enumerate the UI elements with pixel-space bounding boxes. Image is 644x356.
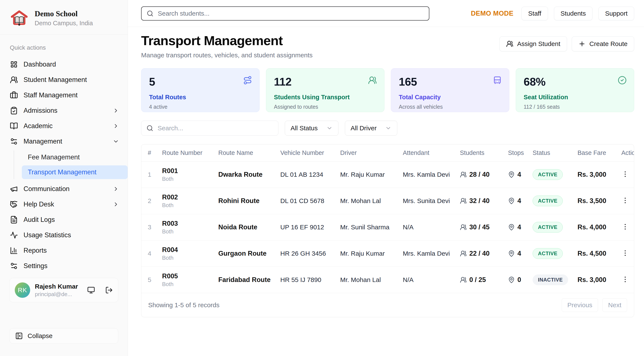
chevron-down-icon [385,125,392,131]
sliders-icon [10,262,18,270]
sidebar-item-usage-statistics[interactable]: Usage Statistics [0,227,128,243]
sidebar-nav: Quick actions Dashboard Student Manageme… [0,35,128,356]
previous-page-button[interactable]: Previous [562,298,598,312]
logout-icon[interactable] [105,286,113,294]
stops-count: 4 [518,250,521,257]
attendant-name: N/A [403,224,460,231]
sidebar-item-label: Student Management [24,76,119,84]
base-fare: Rs. 3,000 [578,171,621,178]
monitor-icon[interactable] [87,286,95,294]
route-direction: Both [162,255,218,261]
profile-meta: Rajesh Kumar principal@de... [35,283,82,298]
plus-icon [578,40,586,48]
assign-student-label: Assign Student [517,40,560,48]
quick-actions-label: Quick actions [0,41,128,55]
page-title: Transport Management [141,33,312,48]
map-pin-icon [508,250,515,257]
col-route-number: Route Number [162,149,218,156]
status-cell: ACTIVE [532,196,578,206]
stops-cell: 4 [508,250,532,257]
assign-student-button[interactable]: Assign Student [500,36,567,51]
row-actions-menu-icon[interactable] [621,170,629,178]
status-filter-select[interactable]: All Status [285,121,338,136]
row-actions-menu-icon[interactable] [621,223,629,231]
students-cell: 22 / 40 [460,250,508,257]
global-search [141,7,429,21]
row-actions-menu-icon[interactable] [621,275,629,283]
base-fare: Rs. 3,000 [578,276,621,284]
stat-label: Total Capacity [399,94,502,101]
route-name: Rohini Route [218,197,280,205]
support-button[interactable]: Support [598,7,634,20]
students-button[interactable]: Students [554,7,592,20]
route-number-cell: R002 Both [162,193,218,209]
table-row: 4 R004 Both Gurgaon Route HR 26 GH 3456 … [141,240,634,267]
stat-label: Seat Utilization [524,94,626,101]
sidebar-item-reports[interactable]: Reports [0,243,128,258]
search-icon [147,10,154,17]
clipboard-check-icon [10,107,18,115]
sidebar-item-management[interactable]: Management [0,134,128,149]
bar-chart-icon [10,246,18,255]
book-open-icon [10,122,18,130]
user-profile-card[interactable]: RK Rajesh Kumar principal@de... [10,278,118,302]
row-actions-menu-icon[interactable] [621,197,629,204]
school-brand: Demo School Demo Campus, India [0,0,128,35]
driver-filter-select[interactable]: All Driver [345,121,398,136]
chevron-down-icon [326,125,333,131]
profile-email: principal@de... [35,291,82,298]
create-route-button[interactable]: Create Route [572,36,634,51]
sidebar-item-academic[interactable]: Academic [0,118,128,134]
vehicle-number: HR 55 IJ 7890 [280,276,340,283]
collapse-label: Collapse [28,332,52,339]
table-row: 3 R003 Both Noida Route UP 16 EF 9012 Mr… [141,214,634,240]
col-students: Students [460,149,508,156]
sidebar-item-admissions[interactable]: Admissions [0,103,128,118]
stat-label: Total Routes [149,94,252,101]
app-window: Demo School Demo Campus, India Quick act… [0,0,644,356]
route-direction: Both [162,202,218,209]
attendant-name: Mrs. Sunita Devi [403,197,460,205]
sidebar-item-settings[interactable]: Settings [0,258,128,274]
sidebar-item-communication[interactable]: Communication [0,181,128,197]
actions-cell [621,275,629,284]
vehicle-number: UP 16 EF 9012 [280,224,340,231]
sidebar-item-dashboard[interactable]: Dashboard [0,57,128,72]
students-count: 22 / 40 [469,250,490,257]
stops-count: 4 [518,197,521,205]
sidebar-item-staff-management[interactable]: Staff Management [0,88,128,103]
sidebar-item-help-desk[interactable]: Help Desk [0,197,128,212]
route-number: R004 [162,246,218,254]
sidebar-item-fee-management[interactable]: Fee Management [22,150,128,164]
demo-mode-badge: DEMO MODE [471,10,513,17]
route-number-cell: R005 Both [162,272,218,287]
sidebar-item-label: Academic [24,122,107,130]
stat-label: Students Using Transport [274,94,376,101]
table-search-input[interactable] [157,124,273,132]
global-search-input[interactable] [157,10,424,17]
col-route-name: Route Name [218,149,280,156]
stat-value: 112 [274,75,376,88]
row-index: 2 [148,197,162,205]
sidebar-item-audit-logs[interactable]: Audit Logs [0,212,128,227]
main-area: DEMO MODE Staff Students Support Transpo… [128,0,644,356]
row-actions-menu-icon[interactable] [621,249,629,257]
stat-sub: 112 / 165 seats [524,104,626,110]
staff-button[interactable]: Staff [522,7,548,20]
sidebar-item-label: Reports [24,247,119,254]
students-count: 28 / 40 [469,171,490,178]
stat-sub: Across all vehicles [399,104,502,110]
collapse-sidebar-button[interactable]: Collapse [10,328,118,343]
driver-name: Mr. Raju Kumar [340,171,403,178]
row-index: 3 [148,224,162,231]
sidebar-item-student-management[interactable]: Student Management [0,72,128,88]
file-text-icon [10,216,18,224]
status-badge: ACTIVE [532,248,563,259]
bus-icon [493,76,502,85]
sidebar-item-transport-management[interactable]: Transport Management [22,165,128,179]
status-badge: ACTIVE [532,169,563,180]
students-cell: 0 / 25 [460,276,508,284]
next-page-button[interactable]: Next [602,298,627,312]
stops-count: 4 [518,223,521,231]
row-index: 5 [148,276,162,283]
